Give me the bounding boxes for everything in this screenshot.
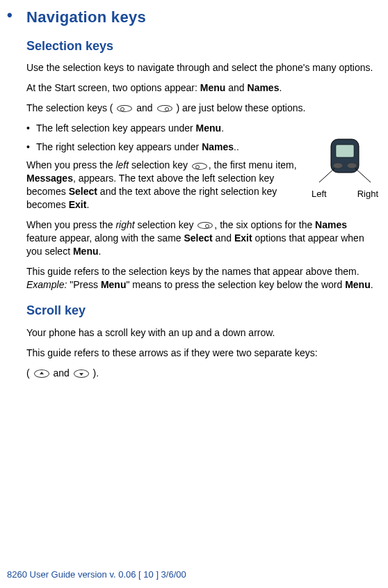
svg-point-3	[347, 163, 357, 168]
scroll-down-icon	[74, 370, 89, 378]
heading1-row: • Navigation keys	[7, 7, 380, 28]
phone-left-label: Left	[312, 188, 327, 200]
p4e: Messages	[26, 173, 73, 184]
li2a: The right selection key appears under	[36, 141, 202, 152]
phone-right-label: Right	[357, 188, 378, 200]
svg-point-2	[333, 163, 343, 168]
p6a: This guide refers to the selection keys …	[26, 266, 359, 277]
selection-p3: The selection keys ( and ) are just belo…	[26, 102, 380, 115]
left-key-icon-2	[192, 163, 207, 170]
heading2-selection: Selection keys	[26, 38, 380, 54]
p6f: Menu	[345, 279, 371, 290]
p3b: and	[134, 102, 155, 113]
p2d: Names	[248, 82, 280, 93]
svg-line-5	[355, 168, 371, 182]
p4g: Select	[69, 186, 97, 197]
left-key-icon	[117, 105, 132, 112]
scroll-p1: Your phone has a scroll key with an up a…	[26, 326, 380, 340]
p2c: and	[225, 82, 247, 93]
li2b: Names	[202, 141, 234, 152]
bullet-item-2: • The right selection key appears under …	[26, 141, 305, 154]
selection-p5: When you press the right selection key ,…	[26, 218, 380, 258]
heading2-scroll: Scroll key	[26, 302, 380, 319]
li2c: ..	[234, 141, 239, 152]
p3c: ) are just below these options.	[174, 102, 306, 113]
p4j: .	[86, 199, 89, 210]
p4d: , the first menu item,	[209, 159, 297, 170]
p5b: right	[115, 219, 134, 230]
p4a: When you press the	[26, 159, 115, 170]
scroll-p3: ( and ).	[26, 367, 380, 380]
phone-diagram: Left Right	[310, 138, 380, 200]
selection-p6: This guide refers to the selection keys …	[26, 265, 380, 292]
phone-labels: Left Right	[310, 188, 380, 200]
right-key-icon-2	[197, 222, 213, 229]
right-key-icon	[157, 105, 172, 112]
selection-p2: At the Start screen, two options appear:…	[26, 81, 380, 95]
li1c: .	[221, 122, 224, 134]
scroll-p2: This guide refers to these arrows as if …	[26, 347, 380, 360]
heading1-bullet: •	[7, 7, 26, 24]
p5d: , the six options for the	[214, 219, 315, 230]
p4b: left	[115, 159, 129, 170]
selection-p1: Use the selection keys to navigate throu…	[26, 61, 380, 74]
sp3b: and	[51, 367, 72, 379]
p6c: "Press	[67, 279, 101, 290]
p5c: selection key	[135, 219, 197, 230]
p2a: At the Start screen, two options appear:	[26, 82, 200, 93]
p5k: Menu	[73, 246, 99, 257]
footer: 8260 User Guide version v. 0.06 [ 10 ] 3…	[7, 569, 186, 581]
p5l: .	[99, 246, 102, 257]
svg-rect-1	[336, 145, 354, 157]
p3a: The selection keys (	[26, 102, 115, 113]
content: Selection keys Use the selection keys to…	[7, 38, 380, 380]
p5i: Exit	[234, 232, 252, 244]
phone-svg	[314, 138, 376, 186]
li1b: Menu	[196, 122, 222, 134]
scroll-up-icon	[34, 370, 49, 378]
p5g: Select	[184, 232, 212, 244]
p6b: Example:	[26, 279, 67, 290]
sp3c: ).	[90, 367, 99, 379]
p2b: Menu	[200, 82, 226, 93]
li1a: The left selection key appears under	[36, 122, 196, 134]
p6g: .	[371, 279, 373, 290]
p5h: and	[213, 232, 234, 244]
svg-line-4	[319, 168, 334, 182]
bullet-dot-1: •	[26, 122, 36, 135]
p6d: Menu	[101, 279, 127, 290]
li2-text: The right selection key appears under Na…	[36, 141, 239, 154]
p5f: feature appear, along with the same	[26, 232, 184, 244]
p4i: Exit	[69, 199, 87, 210]
p2e: .	[279, 82, 282, 93]
sp3a: (	[26, 367, 33, 379]
bullet-item-1: • The left selection key appears under M…	[26, 122, 380, 135]
bullet-dot-2: •	[26, 141, 36, 154]
p4c: selection key	[129, 159, 191, 170]
p6e: " means to press the selection key below…	[126, 279, 345, 290]
li1-text: The left selection key appears under Men…	[36, 122, 224, 135]
heading1: Navigation keys	[26, 7, 146, 28]
p5e: Names	[315, 219, 347, 230]
p5a: When you press the	[26, 219, 115, 230]
